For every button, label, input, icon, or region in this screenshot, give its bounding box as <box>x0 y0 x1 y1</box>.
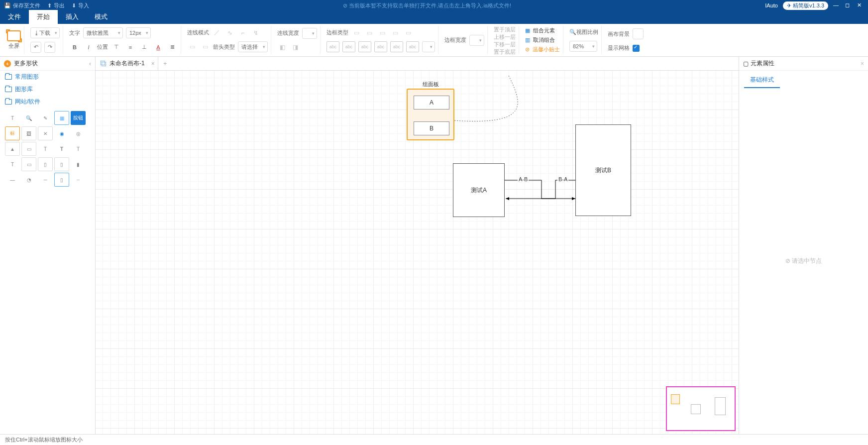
sidebar-cat-website[interactable]: 网站/软件 <box>0 96 95 108</box>
menu-insert[interactable]: 插入 <box>58 10 87 24</box>
shape-vbar[interactable]: ▮ <box>71 157 86 171</box>
font-color-button[interactable]: A <box>153 42 164 53</box>
shape-phone[interactable]: ▯ <box>54 157 69 171</box>
canvas[interactable]: 组面板 A B 测试A 测试B A-B B-A <box>96 71 739 434</box>
arrow-select[interactable]: 请选择 <box>238 41 268 52</box>
folder-icon <box>5 74 12 80</box>
download-select[interactable]: ⭳ 下载 <box>30 27 60 38</box>
menu-start[interactable]: 开始 <box>29 10 58 24</box>
sidebar-cat-common[interactable]: 常用图形 <box>0 71 95 83</box>
shape-minus[interactable]: — <box>5 173 20 187</box>
shape-search[interactable]: 🔍 <box>21 111 36 125</box>
menu-mode[interactable]: 模式 <box>87 10 115 24</box>
redo-button[interactable]: ↷ <box>44 42 55 53</box>
shape-label[interactable]: ▭ <box>21 142 36 156</box>
shape-img2[interactable]: ▲ <box>5 142 20 156</box>
group-panel[interactable]: 组面板 A B <box>407 89 454 140</box>
line-style2-icon[interactable]: ▭ <box>200 42 210 52</box>
textbox-more[interactable] <box>422 41 435 52</box>
minimap[interactable] <box>666 386 736 431</box>
import-button[interactable]: ⬇ 导入 <box>72 2 89 9</box>
more-shapes-button[interactable]: + 更多形状 ‹ <box>0 57 95 71</box>
line-extra2-icon[interactable]: ◨ <box>290 42 300 52</box>
border-width-select[interactable] <box>469 35 484 46</box>
border-none-icon[interactable]: ▭ <box>390 28 400 38</box>
group-item-a[interactable]: A <box>414 96 449 110</box>
show-grid-checkbox[interactable] <box>633 45 640 52</box>
sidebar-cat-library[interactable]: 图形库 <box>0 83 95 96</box>
z-up-button[interactable]: 上移一层 <box>494 33 516 41</box>
line-style1-icon[interactable]: ▭ <box>187 42 197 52</box>
panel-tab-basic[interactable]: 基础样式 <box>744 73 780 88</box>
scale-select[interactable]: 82% <box>569 41 597 52</box>
shape-t3[interactable]: T <box>54 142 69 156</box>
group-item-b[interactable]: B <box>414 121 449 135</box>
tip-button[interactable]: 温馨小贴士 <box>533 46 560 53</box>
line-elbow-icon[interactable]: ⌐ <box>238 28 248 38</box>
shape-t5[interactable]: T <box>5 157 20 171</box>
undo-button[interactable]: ↶ <box>30 42 41 53</box>
group-button[interactable]: 组合元素 <box>533 27 555 34</box>
shape-circle[interactable]: ◎ <box>71 126 86 140</box>
shape-tag[interactable]: 标 <box>5 126 20 140</box>
shape-dots[interactable]: ┄ <box>71 173 86 187</box>
line-poly-icon[interactable]: ↯ <box>251 28 261 38</box>
font-size-select[interactable]: 12px <box>126 27 151 38</box>
shape-pie[interactable]: ◔ <box>21 173 36 187</box>
maximize-icon[interactable]: ◻ <box>845 2 852 9</box>
fullscreen-button[interactable]: 全屏 <box>7 30 21 50</box>
shape-t2[interactable]: T <box>38 142 53 156</box>
version-badge: ✈ 精简版v1.3.3 <box>783 1 828 10</box>
line-straight-icon[interactable]: ／ <box>212 28 222 38</box>
shape-button[interactable]: 按钮 <box>71 111 86 125</box>
textbox-style4[interactable]: abc <box>374 41 387 52</box>
align-bot-button[interactable]: ⊥ <box>139 42 150 53</box>
z-top-button[interactable]: 置于顶层 <box>494 26 516 33</box>
node-test-a[interactable]: 测试A <box>453 163 505 217</box>
tab-canvas-1[interactable]: ⿻ 未命名画布-1 × <box>96 57 158 70</box>
align-top-button[interactable]: ⊤ <box>111 42 122 53</box>
shape-hline[interactable]: ─ <box>38 173 53 187</box>
border-dot-icon[interactable]: ▭ <box>377 28 387 38</box>
node-test-b[interactable]: 测试B <box>575 124 631 216</box>
textbox-style3[interactable]: abc <box>358 41 371 52</box>
align-more-button[interactable]: ≣ <box>167 42 178 53</box>
z-bottom-button[interactable]: 置于底层 <box>494 48 516 56</box>
shape-image[interactable]: 🖼 <box>21 126 36 140</box>
italic-button[interactable]: I <box>83 42 94 53</box>
border-fill-icon[interactable]: ▭ <box>403 28 413 38</box>
shape-pencil[interactable]: ✎ <box>38 111 53 125</box>
shape-x[interactable]: ✕ <box>38 126 53 140</box>
shape-split[interactable]: ▯ <box>54 173 69 187</box>
line-curve-icon[interactable]: ∿ <box>225 28 235 38</box>
line-extra1-icon[interactable]: ◧ <box>277 42 287 52</box>
textbox-style5[interactable]: abc <box>390 41 403 52</box>
border-solid-icon[interactable]: ▭ <box>351 28 361 38</box>
bold-button[interactable]: B <box>69 42 80 53</box>
export-button[interactable]: ⬆ 导出 <box>47 2 65 9</box>
menu-file[interactable]: 文件 <box>0 10 29 24</box>
shape-t4[interactable]: T <box>71 142 86 156</box>
shape-box[interactable]: ▦ <box>54 111 69 125</box>
canvas-bg-button[interactable] <box>633 28 644 39</box>
save-to-file-button[interactable]: 💾 保存至文件 <box>4 2 40 9</box>
close-icon[interactable]: ✕ <box>857 2 864 9</box>
tab-close-icon[interactable]: × <box>151 60 155 67</box>
tab-add-button[interactable]: + <box>158 60 172 67</box>
shape-window[interactable]: ▭ <box>21 157 36 171</box>
align-mid-button[interactable]: ≡ <box>125 42 136 53</box>
shape-panel[interactable]: ▯ <box>38 157 53 171</box>
textbox-style2[interactable]: abc <box>342 41 355 52</box>
status-bar: 按住Ctrl+滚动鼠标缩放图标大小 <box>0 434 868 445</box>
panel-close-icon[interactable]: × <box>861 60 864 67</box>
shape-text[interactable]: T <box>5 111 20 125</box>
shape-radio[interactable]: ◉ <box>54 126 69 140</box>
minimize-icon[interactable]: — <box>833 2 840 9</box>
textbox-style6[interactable]: abc <box>406 41 419 52</box>
line-width-select[interactable] <box>302 28 317 39</box>
font-select[interactable]: 微软雅黑 <box>83 27 123 38</box>
ungroup-button[interactable]: 取消组合 <box>533 36 555 44</box>
z-down-button[interactable]: 下移一层 <box>494 41 516 48</box>
border-dash-icon[interactable]: ▭ <box>364 28 374 38</box>
textbox-style1[interactable]: abc <box>326 41 339 52</box>
